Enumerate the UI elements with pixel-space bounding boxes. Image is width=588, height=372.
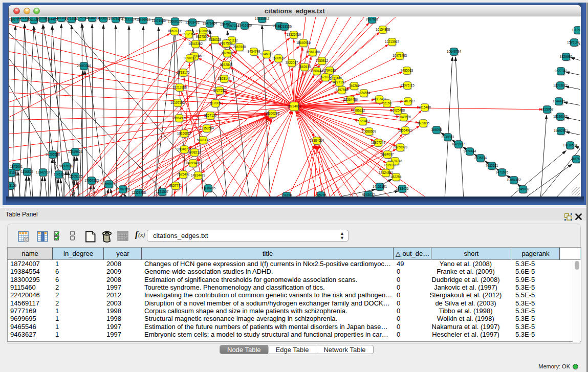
svg-text:17957253: 17957253 [84,179,99,182]
svg-text:18807249: 18807249 [371,141,386,144]
svg-text:13325419: 13325419 [287,33,301,36]
svg-text:9242848: 9242848 [220,63,233,67]
svg-text:18478454: 18478454 [203,21,217,25]
svg-text:10782759: 10782759 [116,187,130,191]
svg-text:9146821: 9146821 [260,52,273,56]
svg-text:452254: 452254 [390,175,402,179]
svg-text:9329986: 9329986 [560,55,573,58]
svg-text:3624554: 3624554 [358,91,371,95]
svg-text:18463627: 18463627 [401,99,416,103]
svg-text:9327508: 9327508 [220,41,233,45]
svg-text:8215958: 8215958 [541,107,554,111]
svg-text:11571945: 11571945 [151,19,166,23]
svg-text:12353594: 12353594 [200,126,214,130]
svg-text:10973493: 10973493 [393,54,407,57]
svg-text:14099481: 14099481 [186,161,201,165]
svg-text:15751074: 15751074 [567,40,580,44]
svg-text:18640910: 18640910 [296,41,311,45]
svg-text:19654982: 19654982 [172,116,187,120]
svg-text:126753: 126753 [281,194,292,196]
svg-text:7986322: 7986322 [353,108,365,112]
svg-text:10543362: 10543362 [188,42,203,46]
svg-text:12342737: 12342737 [36,170,51,174]
svg-text:7625402: 7625402 [177,172,190,176]
svg-text:1156829: 1156829 [21,170,34,173]
svg-text:9699695: 9699695 [417,121,430,125]
svg-text:8660123: 8660123 [168,29,181,33]
svg-text:13335942: 13335942 [255,17,270,20]
svg-text:116753: 116753 [571,157,580,161]
svg-text:16210643: 16210643 [553,115,568,118]
svg-text:164095: 164095 [431,128,442,132]
svg-text:90975887: 90975887 [59,164,74,168]
svg-text:9684007: 9684007 [381,152,394,156]
svg-text:393159: 393159 [9,171,17,174]
svg-text:9245032: 9245032 [362,193,375,196]
svg-text:20756928: 20756928 [393,145,408,149]
svg-text:7485063: 7485063 [401,69,413,72]
svg-text:2935114: 2935114 [474,156,487,160]
svg-text:114519: 114519 [54,172,64,176]
svg-text:10025458: 10025458 [390,108,405,112]
svg-text:3822037: 3822037 [286,61,298,64]
svg-text:13903402: 13903402 [185,20,200,24]
svg-text:1845061: 1845061 [10,165,23,168]
svg-text:17359924: 17359924 [68,150,83,154]
svg-text:20364436: 20364436 [343,98,358,101]
svg-text:19416129: 19416129 [237,24,252,27]
svg-text:12213967: 12213967 [385,40,400,43]
svg-text:13226058: 13226058 [196,29,211,33]
svg-text:8471676: 8471676 [496,170,509,174]
svg-text:15720407: 15720407 [356,119,371,123]
svg-text:13649576: 13649576 [397,115,411,119]
svg-text:8427552: 8427552 [213,89,226,92]
svg-text:965777: 965777 [315,193,326,196]
svg-text:10499914: 10499914 [136,18,151,21]
svg-text:1231567: 1231567 [156,190,169,193]
svg-text:3875685: 3875685 [221,51,234,55]
svg-text:7357224: 7357224 [227,24,239,28]
svg-text:19166827: 19166827 [177,132,192,135]
svg-text:6497568: 6497568 [336,88,349,92]
svg-text:10958197: 10958197 [102,182,117,186]
svg-text:12213383: 12213383 [172,85,187,89]
svg-text:10107553: 10107553 [170,101,185,104]
svg-text:12505135: 12505135 [68,174,83,178]
svg-text:9657771: 9657771 [169,184,182,187]
svg-text:7955812: 7955812 [316,59,329,62]
svg-text:8186328: 8186328 [209,38,222,41]
svg-text:10654122: 10654122 [507,178,521,182]
svg-text:9890112: 9890112 [184,56,197,60]
svg-text:19384554: 19384554 [310,139,324,142]
svg-text:7632621: 7632621 [486,164,498,167]
svg-text:9474444: 9474444 [464,149,476,153]
svg-text:1393159: 1393159 [9,184,17,187]
svg-text:1562615: 1562615 [298,65,311,69]
svg-text:746266: 746266 [349,84,360,87]
svg-text:2803144: 2803144 [218,77,231,80]
svg-text:817006: 817006 [210,101,221,105]
svg-text:6794028: 6794028 [323,69,336,72]
svg-text:6990444: 6990444 [311,69,323,73]
svg-text:13654923: 13654923 [398,128,413,132]
svg-text:9777169: 9777169 [333,80,346,84]
svg-text:18300293: 18300293 [265,112,280,115]
svg-text:3267130: 3267130 [204,114,217,117]
svg-text:2867608: 2867608 [233,45,246,49]
svg-text:1588520: 1588520 [272,56,285,60]
svg-text:16961758: 16961758 [306,50,320,54]
svg-text:8912954: 8912954 [183,32,195,36]
svg-text:16154808: 16154808 [376,28,390,31]
svg-text:17010504: 17010504 [563,143,578,147]
svg-text:62160: 62160 [382,101,391,105]
svg-text:1733426: 1733426 [396,187,409,190]
svg-text:15692971: 15692971 [554,129,569,133]
svg-text:2087682: 2087682 [366,17,379,21]
svg-text:9327500: 9327500 [196,35,209,38]
svg-text:13716485: 13716485 [201,186,216,190]
svg-text:1112954: 1112954 [572,28,580,32]
svg-text:20053346: 20053346 [77,64,92,68]
svg-text:10688609: 10688609 [362,129,377,133]
svg-text:5878332: 5878332 [197,138,210,142]
svg-text:13975115: 13975115 [400,83,415,87]
